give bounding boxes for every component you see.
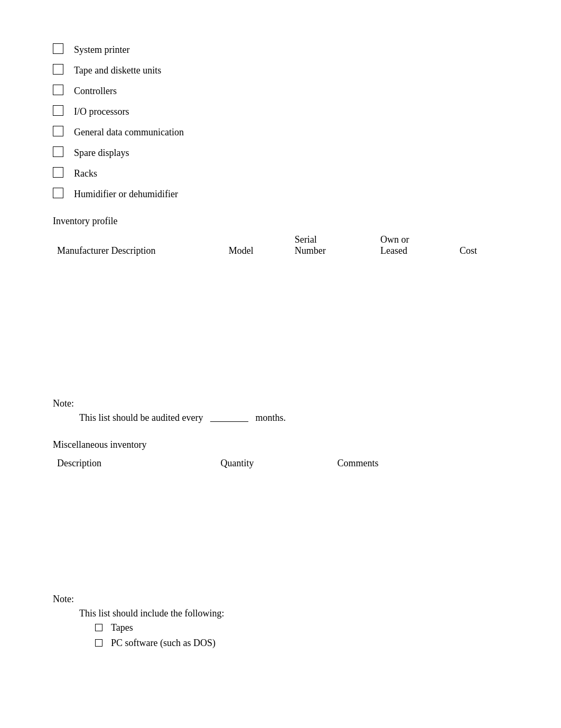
model-cell [225, 275, 291, 292]
cost-cell [455, 259, 508, 275]
note1-section: Note: This list should be audited every … [53, 398, 508, 423]
serial-cell [291, 275, 376, 292]
list-item: General data communication [53, 125, 508, 138]
misc-table: Description Quantity Comments [53, 456, 508, 573]
misc-qty-header: Quantity [216, 456, 333, 471]
table-row [53, 505, 508, 522]
inventory-table: Serial Own or Manufacturer Description M… [53, 232, 508, 377]
list-item: Tape and diskette units [53, 63, 508, 76]
model-cell [225, 292, 291, 309]
manufacturer-cell [53, 292, 225, 309]
own-cell [376, 275, 455, 292]
sub-bullet-icon [95, 624, 102, 631]
bullet-icon [53, 126, 63, 136]
cost-cell [455, 343, 508, 360]
bullet-icon [53, 85, 63, 95]
table-row [53, 471, 508, 488]
model-cell [225, 360, 291, 377]
cost-cell [455, 360, 508, 377]
note1-text: This list should be audited every ______… [53, 412, 508, 423]
desc-cell [53, 488, 216, 505]
cost-cell [455, 292, 508, 309]
serial-header-bottom: Number [291, 245, 376, 259]
comments-cell [333, 522, 508, 539]
manufacturer-cell [53, 343, 225, 360]
list-item-text: Racks [74, 168, 97, 179]
manufacturer-cell [53, 275, 225, 292]
model-header-top [225, 232, 291, 245]
desc-cell [53, 471, 216, 488]
sub-list-item-text: PC software (such as DOS) [111, 638, 216, 649]
serial-cell [291, 360, 376, 377]
misc-title-line1: Miscellaneous inventory [53, 439, 508, 450]
manufacturer-cell [53, 326, 225, 343]
cost-cell [455, 309, 508, 326]
bullet-icon [53, 146, 63, 157]
sub-list-item: Tapes [95, 622, 508, 633]
table-row [53, 343, 508, 360]
list-item: Humidifier or dehumidifier [53, 187, 508, 200]
model-cell [225, 309, 291, 326]
sub-list-item: PC software (such as DOS) [95, 638, 508, 649]
serial-cell [291, 259, 376, 275]
cost-cell [455, 275, 508, 292]
bullet-icon [53, 105, 63, 116]
desc-cell [53, 505, 216, 522]
bullet-icon [53, 64, 63, 75]
table-row [53, 522, 508, 539]
list-item-text: I/O processors [74, 106, 129, 117]
model-header: Model [225, 245, 291, 259]
serial-cell [291, 309, 376, 326]
manufacturer-header: Manufacturer Description [53, 245, 225, 259]
model-cell [225, 326, 291, 343]
bullet-list: System printer Tape and diskette units C… [53, 42, 508, 200]
comments-cell [333, 471, 508, 488]
list-item: Controllers [53, 84, 508, 97]
table-row [53, 326, 508, 343]
own-cell [376, 326, 455, 343]
list-item-text: Tape and diskette units [74, 65, 161, 76]
table-row [53, 259, 508, 275]
note1-label: Note: [53, 398, 508, 409]
sub-bullet-icon [95, 639, 102, 647]
bullet-icon [53, 43, 63, 54]
note2-intro: This list should include the following: [53, 608, 508, 619]
serial-header-top: Serial [291, 232, 376, 245]
model-cell [225, 343, 291, 360]
list-item-text: Spare displays [74, 148, 129, 159]
qty-cell [216, 471, 333, 488]
cost-header: Cost [455, 245, 508, 259]
inventory-header-top: Serial Own or [53, 232, 508, 245]
comments-cell [333, 505, 508, 522]
bullet-icon [53, 167, 63, 178]
table-row [53, 556, 508, 573]
cost-header-top [455, 232, 508, 245]
own-cell [376, 292, 455, 309]
note2-section: Note: This list should include the follo… [53, 594, 508, 649]
list-item-text: Controllers [74, 86, 117, 97]
list-item-text: Humidifier or dehumidifier [74, 189, 178, 200]
table-row [53, 275, 508, 292]
inventory-profile-title: Inventory profile [53, 216, 508, 227]
table-row [53, 360, 508, 377]
misc-header-row: Description Quantity Comments [53, 456, 508, 471]
own-cell [376, 360, 455, 377]
manufacturer-header-top [53, 232, 225, 245]
list-item-text: General data communication [74, 127, 184, 138]
table-row [53, 488, 508, 505]
note1-before: This list should be audited every [79, 412, 205, 423]
note2-label: Note: [53, 594, 508, 605]
qty-cell [216, 522, 333, 539]
sub-bullet-list: Tapes PC software (such as DOS) [53, 622, 508, 649]
qty-cell [216, 488, 333, 505]
own-cell [376, 309, 455, 326]
own-cell [376, 259, 455, 275]
table-row [53, 539, 508, 556]
bullet-icon [53, 188, 63, 198]
inventory-header-bottom: Manufacturer Description Model Number Le… [53, 245, 508, 259]
list-item: Racks [53, 166, 508, 179]
manufacturer-cell [53, 360, 225, 377]
list-item: Spare displays [53, 145, 508, 159]
misc-section: Miscellaneous inventory [53, 439, 508, 450]
comments-cell [333, 556, 508, 573]
